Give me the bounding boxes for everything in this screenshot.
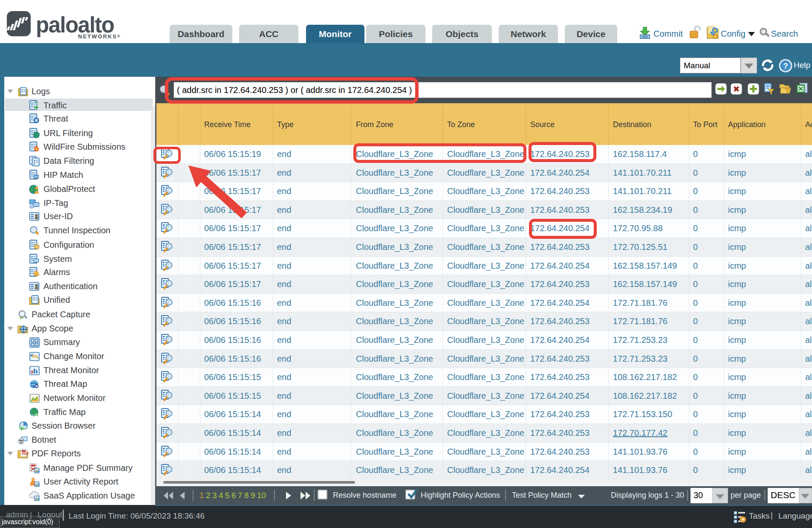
svg-text:?: ? (783, 61, 788, 70)
